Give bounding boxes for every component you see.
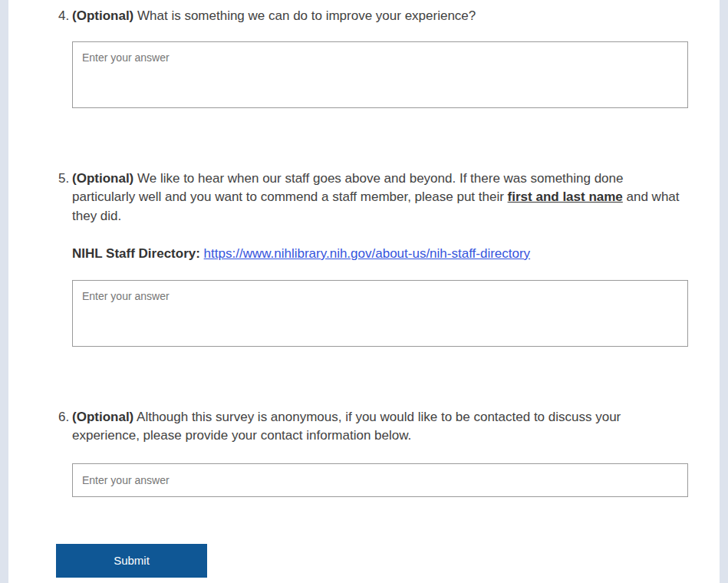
- staff-directory-label: NIHL Staff Directory:: [72, 246, 204, 261]
- question-number: 4.: [58, 7, 72, 108]
- question-6: 6. (Optional) Although this survey is an…: [58, 408, 688, 497]
- question-4-text-body: What is something we can do to improve y…: [133, 8, 476, 23]
- question-6-text-body: Although this survey is anonymous, if yo…: [72, 410, 621, 443]
- answer-textarea-q5[interactable]: [72, 280, 688, 347]
- optional-label: (Optional): [72, 410, 133, 424]
- optional-label: (Optional): [72, 8, 133, 23]
- question-5-emphasis: first and last name: [508, 189, 623, 204]
- question-number: 5.: [58, 170, 72, 347]
- question-number: 6.: [58, 408, 72, 497]
- question-4: 4. (Optional) What is something we can d…: [58, 7, 688, 108]
- question-5: 5. (Optional) We like to hear when our s…: [58, 170, 688, 347]
- survey-form-card: 4. (Optional) What is something we can d…: [8, 0, 720, 583]
- question-5-text: (Optional) We like to hear when our staf…: [72, 170, 688, 226]
- question-6-text: (Optional) Although this survey is anony…: [72, 408, 688, 446]
- optional-label: (Optional): [72, 171, 133, 186]
- question-4-text: (Optional) What is something we can do t…: [72, 7, 688, 26]
- answer-input-q6[interactable]: [72, 463, 688, 497]
- staff-directory-link[interactable]: https://www.nihlibrary.nih.gov/about-us/…: [204, 246, 531, 261]
- staff-directory-line: NIHL Staff Directory: https://www.nihlib…: [72, 245, 688, 264]
- answer-textarea-q4[interactable]: [72, 41, 688, 108]
- submit-button[interactable]: Submit: [56, 544, 207, 578]
